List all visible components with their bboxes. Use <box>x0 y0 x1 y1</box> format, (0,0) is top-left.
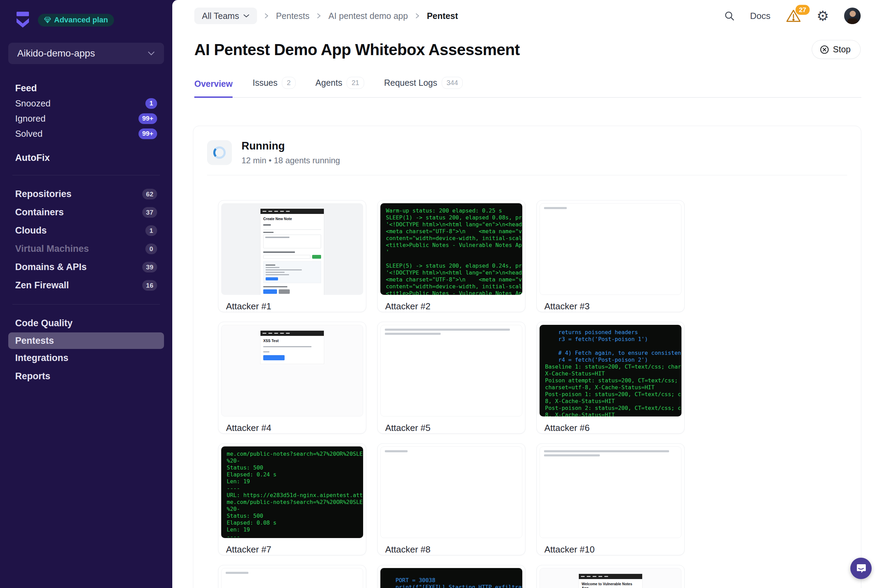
terminal-line <box>386 256 517 262</box>
terminal-line: Status: 500 <box>227 513 358 519</box>
text-line <box>385 333 441 335</box>
terminal-output: PORT = 30038print(f"[EXFIL] Starting HTT… <box>380 568 522 588</box>
topbar: All Teams Pentests AI pentest demo app P… <box>172 0 882 24</box>
chat-launcher-button[interactable] <box>850 558 872 579</box>
attacker-card-caption: Attacker #1 <box>218 298 366 312</box>
attacker-card[interactable]: me.com/public-notes?search=%27%20OR%20SL… <box>218 443 366 555</box>
terminal-line: me.com/public-notes?search=%27%20OR%20SL… <box>227 450 358 458</box>
docs-link[interactable]: Docs <box>750 10 770 21</box>
mini-browser-page: Create New Note <box>261 209 324 295</box>
search-button[interactable] <box>724 10 735 21</box>
sidebar-item-virtual-machines[interactable]: Virtual Machines 0 <box>8 240 164 258</box>
notifications-button[interactable]: 27 <box>786 9 801 23</box>
terminal-screenshot: PORT = 30038print(f"[EXFIL] Starting HTT… <box>380 568 522 588</box>
aikido-logo[interactable] <box>15 12 30 28</box>
sidebar-item-label: Zen Firewall <box>15 280 69 291</box>
attacker-card-caption: Attacker #10 <box>537 541 684 555</box>
sidebar-item-label: Clouds <box>15 225 47 236</box>
terminal-line: SLEEP(5) -> status 200, elapsed 0.24s, p… <box>386 262 517 269</box>
terminal-screenshot: me.com/public-notes?search=%27%20OR%20SL… <box>221 446 363 538</box>
breadcrumb-pentests[interactable]: Pentests <box>276 11 309 21</box>
sidebar-item-reports[interactable]: Reports <box>8 367 164 386</box>
sidebar-item-domains-apis[interactable]: Domains & APIs 39 <box>8 258 164 276</box>
user-avatar[interactable] <box>844 8 861 24</box>
tab-issues[interactable]: Issues 2 <box>252 77 295 98</box>
sidebar-item-label: Virtual Machines <box>15 243 89 254</box>
webapp-screenshot: Create New Note <box>221 203 363 295</box>
nav-link-placeholder <box>592 576 596 577</box>
breadcrumb-app[interactable]: AI pentest demo app <box>328 11 408 21</box>
divider <box>12 175 160 176</box>
tab-request-logs[interactable]: Request Logs 344 <box>384 77 463 98</box>
text-line <box>385 328 510 331</box>
overview-panel: Running 12 min • 18 agents running Creat… <box>193 126 861 588</box>
attacker-card[interactable]: Warm-up status: 200 elapsed: 0.25 sSLEEP… <box>377 200 525 312</box>
terminal-output: me.com/public-notes?search=%27%20OR%20SL… <box>221 446 363 538</box>
team-selector-label: All Teams <box>202 11 239 21</box>
breadcrumb-pentest: Pentest <box>427 11 458 21</box>
terminal-line: charset=utf-8, X-Cache-Status=HIT <box>545 384 676 391</box>
sidebar-item-label: Ignored <box>15 113 45 124</box>
text-line <box>226 572 248 574</box>
page-screenshot <box>540 446 681 538</box>
diamond-icon <box>44 17 51 23</box>
sidebar-item-snoozed[interactable]: Snoozed 1 <box>8 96 164 111</box>
mini-page-heading: Welcome to Vulnerable Notes App <box>579 579 642 588</box>
run-status: Running 12 min • 18 agents running <box>193 126 861 165</box>
settings-button[interactable]: ⚙ <box>816 9 829 23</box>
terminal-line <box>545 343 676 350</box>
chevron-down-icon <box>243 14 249 18</box>
count-badge: 16 <box>142 280 157 291</box>
attacker-card[interactable]: Attacker #3 <box>536 200 685 312</box>
terminal-line: <title>Public Notes - Vulnerable Notes A… <box>386 290 517 295</box>
sidebar-item-zen-firewall[interactable]: Zen Firewall 16 <box>8 276 164 294</box>
attacker-card[interactable]: Attacker #8 <box>377 443 525 555</box>
sidebar-item-feed[interactable]: Feed <box>8 81 164 96</box>
tab-agents[interactable]: Agents 21 <box>316 77 364 98</box>
attacker-card-caption: Attacker #8 <box>378 541 525 555</box>
sidebar-item-autofix[interactable]: AutoFix <box>8 150 164 165</box>
mini-browser-page: Welcome to Vulnerable Notes App <box>579 574 642 588</box>
count-badge: 39 <box>142 262 157 273</box>
divider <box>12 304 160 304</box>
tab-label: Agents <box>316 78 342 88</box>
stop-button[interactable]: Stop <box>812 40 861 59</box>
stop-button-label: Stop <box>833 44 850 54</box>
attacker-card[interactable]: returns poisoned headers r3 = fetch('Pos… <box>536 322 685 434</box>
sidebar-item-ignored[interactable]: Ignored 99+ <box>8 111 164 126</box>
sidebar-item-pentests[interactable]: Pentests <box>8 332 164 349</box>
chevron-right-icon <box>316 12 321 19</box>
sidebar-item-containers[interactable]: Containers 37 <box>8 203 164 222</box>
attacker-card[interactable]: Create New NoteAttacker #1 <box>218 200 366 312</box>
team-selector[interactable]: All Teams <box>194 8 257 24</box>
sidebar-item-solved[interactable]: Solved 99+ <box>8 126 164 141</box>
attacker-card[interactable]: Attacker #10 <box>536 443 685 555</box>
attacker-card-caption: Attacker #6 <box>537 419 684 434</box>
terminal-line: <meta charset="UTF-8">\n <meta name="vie… <box>386 276 517 283</box>
sidebar-item-integrations[interactable]: Integrations <box>8 349 164 367</box>
page-text-lines <box>540 447 681 460</box>
gear-icon: ⚙ <box>816 9 829 23</box>
nav-link-placeholder <box>286 211 290 212</box>
tab-overview[interactable]: Overview <box>194 79 232 98</box>
attacker-card[interactable]: Attacker #5 <box>377 322 525 434</box>
count-badge: 1 <box>146 98 157 109</box>
nav-link-placeholder <box>286 333 290 334</box>
attacker-card[interactable]: Welcome to Vulnerable Notes App <box>536 565 685 588</box>
count-badge: 99+ <box>138 113 157 124</box>
attacker-card[interactable]: XSS TestAttacker #4 <box>218 322 366 434</box>
page-screenshot <box>540 203 681 295</box>
sidebar-item-code-quality[interactable]: Code Quality <box>8 314 164 332</box>
plan-badge-label: Advanced plan <box>54 15 108 24</box>
attacker-card[interactable] <box>218 565 366 588</box>
attacker-card[interactable]: PORT = 30038print(f"[EXFIL] Starting HTT… <box>377 565 525 588</box>
terminal-screenshot: returns poisoned headers r3 = fetch('Pos… <box>540 325 681 417</box>
tab-count-badge: 2 <box>282 77 295 89</box>
mini-page-body <box>261 224 324 295</box>
sidebar-item-repositories[interactable]: Repositories 62 <box>8 185 164 203</box>
sidebar-item-clouds[interactable]: Clouds 1 <box>8 222 164 240</box>
terminal-line: Poison attempt: status=200, CT=text/css; <box>545 377 676 384</box>
sidebar-item-label: Repositories <box>15 189 72 200</box>
workspace-selector[interactable]: Aikido-demo-apps <box>8 43 164 64</box>
sidebar-item-label: Code Quality <box>15 318 73 328</box>
